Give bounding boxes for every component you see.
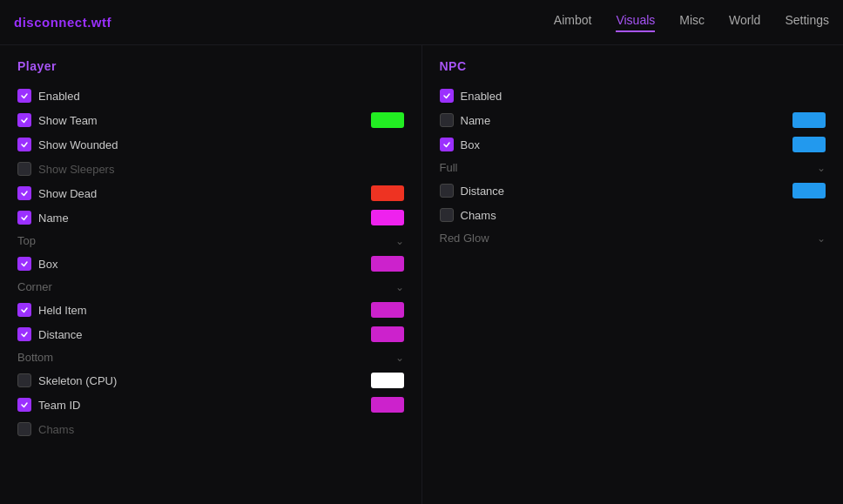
player-box-swatch[interactable]	[371, 256, 404, 272]
player-show-dead-checkbox[interactable]	[17, 186, 31, 200]
npc-distance-row: Distance	[440, 178, 826, 203]
npc-box-type-dropdown[interactable]: Full ⌄	[440, 157, 826, 178]
player-section-title: Player	[17, 59, 404, 73]
main-content: Player Enabled Show Team	[0, 45, 843, 504]
player-corner-dropdown[interactable]: Corner ⌄	[17, 276, 404, 298]
player-column: Player Enabled Show Team	[0, 45, 422, 504]
tab-settings[interactable]: Settings	[785, 13, 829, 32]
npc-distance-checkbox[interactable]	[440, 184, 454, 198]
player-distance-swatch[interactable]	[371, 326, 404, 342]
npc-name-swatch[interactable]	[792, 112, 826, 128]
player-name-swatch[interactable]	[371, 210, 404, 225]
npc-column: NPC Enabled Name Box	[422, 45, 844, 504]
player-show-sleepers-row: Show Sleepers	[17, 157, 404, 181]
player-team-id-checkbox[interactable]	[17, 398, 31, 412]
player-skeleton-swatch[interactable]	[371, 373, 404, 388]
npc-box-label: Box	[461, 138, 480, 151]
player-bottom-dropdown[interactable]: Bottom ⌄	[17, 346, 404, 368]
player-show-team-swatch[interactable]	[371, 112, 404, 128]
player-box-checkbox[interactable]	[17, 257, 31, 271]
tab-aimbot[interactable]: Aimbot	[554, 13, 592, 32]
player-distance-row: Distance	[17, 322, 404, 346]
npc-glow-dropdown[interactable]: Red Glow ⌄	[440, 227, 826, 249]
npc-enabled-row: Enabled	[440, 84, 826, 108]
player-skeleton-label: Skeleton (CPU)	[38, 374, 117, 387]
player-enabled-row: Enabled	[17, 84, 404, 108]
npc-name-row: Name	[440, 108, 826, 132]
player-top-dropdown[interactable]: Top ⌄	[17, 230, 404, 252]
player-held-item-row: Held Item	[17, 298, 404, 322]
npc-box-type-label: Full	[440, 161, 458, 174]
npc-distance-swatch[interactable]	[792, 183, 826, 198]
npc-name-label: Name	[461, 114, 491, 127]
tab-visuals[interactable]: Visuals	[616, 13, 655, 32]
npc-distance-label: Distance	[461, 185, 505, 198]
player-box-row: Box	[17, 252, 404, 276]
npc-box-type-chevron-icon: ⌄	[817, 162, 826, 174]
player-top-chevron-icon: ⌄	[395, 235, 404, 247]
tab-misc[interactable]: Misc	[679, 13, 705, 32]
player-distance-label: Distance	[38, 328, 83, 341]
player-chams-row: Chams	[17, 417, 404, 441]
player-held-item-swatch[interactable]	[371, 302, 404, 318]
npc-box-checkbox[interactable]	[440, 138, 454, 151]
player-show-team-label: Show Team	[38, 114, 98, 127]
player-team-id-label: Team ID	[38, 399, 80, 412]
player-show-sleepers-checkbox[interactable]	[17, 162, 31, 176]
player-enabled-checkbox[interactable]	[17, 89, 31, 103]
player-held-item-checkbox[interactable]	[17, 303, 31, 317]
player-show-dead-label: Show Dead	[38, 187, 97, 200]
player-show-dead-swatch[interactable]	[371, 185, 404, 201]
npc-chams-label: Chams	[461, 209, 496, 222]
npc-enabled-checkbox[interactable]	[440, 89, 454, 103]
npc-box-swatch[interactable]	[792, 137, 826, 152]
npc-box-row: Box	[440, 132, 826, 157]
npc-chams-row: Chams	[440, 203, 826, 227]
nav-tabs: Aimbot Visuals Misc World Settings	[554, 13, 829, 32]
top-nav: disconnect.wtf Aimbot Visuals Misc World…	[0, 0, 843, 45]
npc-section-title: NPC	[440, 59, 826, 73]
player-skeleton-row: Skeleton (CPU)	[17, 368, 404, 393]
player-skeleton-checkbox[interactable]	[17, 373, 31, 387]
logo: disconnect.wtf	[14, 15, 111, 30]
player-show-team-checkbox[interactable]	[17, 113, 31, 127]
player-team-id-row: Team ID	[17, 393, 404, 417]
player-show-dead-row: Show Dead	[17, 181, 404, 205]
npc-chams-checkbox[interactable]	[440, 208, 454, 222]
npc-glow-chevron-icon: ⌄	[817, 232, 826, 245]
player-show-team-row: Show Team	[17, 108, 404, 132]
npc-enabled-label: Enabled	[461, 90, 502, 103]
player-show-wounded-label: Show Wounded	[38, 138, 118, 151]
npc-glow-label: Red Glow	[440, 232, 489, 245]
player-bottom-label: Bottom	[17, 351, 53, 364]
player-show-sleepers-label: Show Sleepers	[38, 163, 114, 176]
player-held-item-label: Held Item	[38, 304, 87, 317]
player-distance-checkbox[interactable]	[17, 327, 31, 341]
npc-name-checkbox[interactable]	[440, 113, 454, 127]
player-chams-label: Chams	[38, 423, 74, 436]
player-name-row: Name	[17, 205, 404, 230]
player-show-wounded-checkbox[interactable]	[17, 138, 31, 151]
player-corner-chevron-icon: ⌄	[395, 281, 404, 293]
player-team-id-swatch[interactable]	[371, 397, 404, 413]
player-chams-checkbox[interactable]	[17, 422, 31, 436]
player-name-checkbox[interactable]	[17, 211, 31, 225]
player-name-label: Name	[38, 212, 69, 225]
tab-world[interactable]: World	[729, 13, 760, 32]
player-corner-label: Corner	[17, 280, 52, 293]
player-top-label: Top	[17, 234, 36, 247]
player-enabled-label: Enabled	[38, 90, 80, 103]
player-bottom-chevron-icon: ⌄	[395, 352, 404, 364]
player-box-label: Box	[38, 258, 57, 271]
player-show-wounded-row: Show Wounded	[17, 132, 404, 157]
